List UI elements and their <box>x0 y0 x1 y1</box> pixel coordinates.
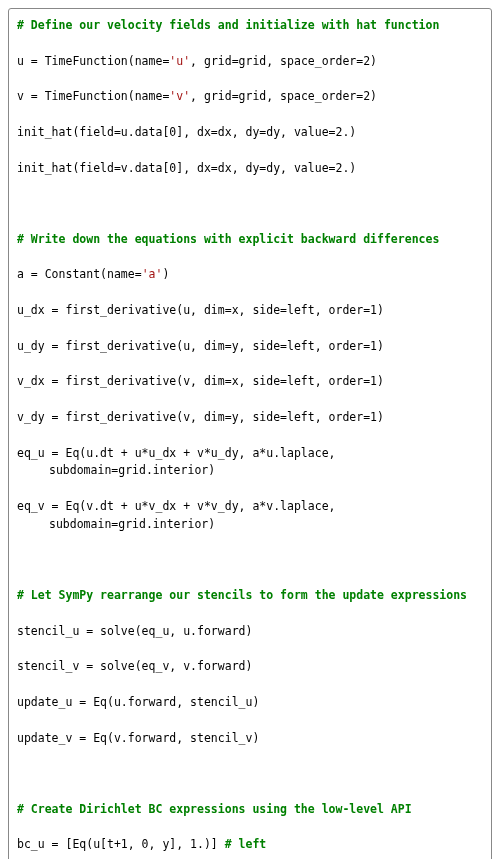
code-token: update_u = Eq(u.forward, stencil_u) <box>17 695 259 709</box>
comment-token: # Define our velocity fields and initial… <box>17 18 439 32</box>
code-line: init_hat(field=v.data[0], dx=dx, dy=dy, … <box>17 160 481 178</box>
code-token: , grid=grid, space_order=2) <box>190 89 377 103</box>
code-token: a = Constant(name= <box>17 267 142 281</box>
code-line: u_dy = first_derivative(u, dim=y, side=l… <box>17 338 481 356</box>
code-token: u_dy = first_derivative(u, dim=y, side=l… <box>17 339 384 353</box>
code-line: # Define our velocity fields and initial… <box>17 17 481 35</box>
code-token: v = TimeFunction(name= <box>17 89 169 103</box>
code-line: update_u = Eq(u.forward, stencil_u) <box>17 694 481 712</box>
code-line: eq_v = Eq(v.dt + u*v_dx + v*v_dy, a*v.la… <box>17 498 481 534</box>
code-line: u_dx = first_derivative(u, dim=x, side=l… <box>17 302 481 320</box>
code-token: v_dx = first_derivative(v, dim=x, side=l… <box>17 374 384 388</box>
code-token: init_hat(field=v.data[0], dx=dx, dy=dy, … <box>17 161 356 175</box>
code-listing: # Define our velocity fields and initial… <box>8 8 492 859</box>
comment-token: # Create Dirichlet BC expressions using … <box>17 802 412 816</box>
code-token <box>17 766 24 780</box>
code-line: a = Constant(name='a') <box>17 266 481 284</box>
code-line: v_dy = first_derivative(v, dim=y, side=l… <box>17 409 481 427</box>
code-token: eq_u = Eq(u.dt + u*u_dx + v*u_dy, a*u.la… <box>17 446 342 478</box>
code-line: v_dx = first_derivative(v, dim=x, side=l… <box>17 373 481 391</box>
code-token: v_dy = first_derivative(v, dim=y, side=l… <box>17 410 384 424</box>
string-token: 'u' <box>169 54 190 68</box>
code-line <box>17 765 481 783</box>
code-line: stencil_v = solve(eq_v, v.forward) <box>17 658 481 676</box>
comment-token: # Write down the equations with explicit… <box>17 232 439 246</box>
code-token: stencil_v = solve(eq_v, v.forward) <box>17 659 252 673</box>
code-token <box>17 196 24 210</box>
code-token <box>17 552 24 566</box>
code-line: u = TimeFunction(name='u', grid=grid, sp… <box>17 53 481 71</box>
code-token: eq_v = Eq(v.dt + u*v_dx + v*v_dy, a*v.la… <box>17 499 342 531</box>
string-token: 'v' <box>169 89 190 103</box>
code-line: bc_u = [Eq(u[t+1, 0, y], 1.)] # left <box>17 836 481 854</box>
code-token: ) <box>162 267 169 281</box>
code-token: u = TimeFunction(name= <box>17 54 169 68</box>
code-token: stencil_u = solve(eq_u, u.forward) <box>17 624 252 638</box>
code-line: # Write down the equations with explicit… <box>17 231 481 249</box>
code-line <box>17 195 481 213</box>
comment-token: # left <box>225 837 267 851</box>
code-token: init_hat(field=u.data[0], dx=dx, dy=dy, … <box>17 125 356 139</box>
code-line: # Let SymPy rearrange our stencils to fo… <box>17 587 481 605</box>
code-token: update_v = Eq(v.forward, stencil_v) <box>17 731 259 745</box>
code-line: v = TimeFunction(name='v', grid=grid, sp… <box>17 88 481 106</box>
code-token: bc_u = [Eq(u[t+1, 0, y], 1.)] <box>17 837 225 851</box>
code-token: , grid=grid, space_order=2) <box>190 54 377 68</box>
code-line: init_hat(field=u.data[0], dx=dx, dy=dy, … <box>17 124 481 142</box>
comment-token: # Let SymPy rearrange our stencils to fo… <box>17 588 467 602</box>
code-token: u_dx = first_derivative(u, dim=x, side=l… <box>17 303 384 317</box>
code-line: # Create Dirichlet BC expressions using … <box>17 801 481 819</box>
code-line: eq_u = Eq(u.dt + u*u_dx + v*u_dy, a*u.la… <box>17 445 481 481</box>
code-line <box>17 551 481 569</box>
code-line: stencil_u = solve(eq_u, u.forward) <box>17 623 481 641</box>
string-token: 'a' <box>142 267 163 281</box>
code-line: update_v = Eq(v.forward, stencil_v) <box>17 730 481 748</box>
